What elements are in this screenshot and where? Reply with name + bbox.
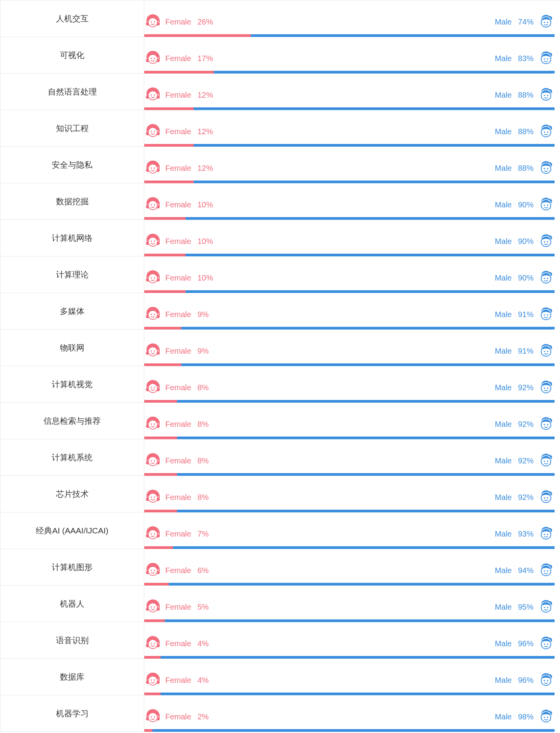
female-percentage: 8%: [198, 456, 209, 465]
category-label: 知识工程: [0, 110, 144, 147]
bar-content: Female9%Male91%: [144, 306, 555, 327]
female-label: Female: [165, 712, 191, 721]
female-percentage: 17%: [198, 54, 213, 63]
female-percentage: 4%: [198, 639, 209, 648]
male-side: Male91%: [495, 306, 555, 323]
male-percentage: 96%: [518, 676, 534, 685]
female-label: Female: [165, 91, 191, 100]
male-percentage: 92%: [518, 383, 534, 392]
male-label: Male: [495, 456, 512, 465]
female-label: Female: [165, 200, 191, 209]
category-label: 物联网: [0, 330, 144, 366]
female-bar-segment: [144, 107, 194, 110]
male-avatar-icon: [537, 416, 555, 433]
category-label: 机器人: [0, 586, 144, 622]
bar-content: Female8%Male92%: [144, 416, 555, 437]
female-label: Female: [165, 347, 191, 356]
male-label: Male: [495, 164, 512, 173]
female-side: Female26%: [144, 13, 213, 30]
bar-cell: Female8%Male92%: [144, 476, 560, 512]
chart-row: 计算机系统Female8%Male92%: [0, 439, 560, 476]
bar-cell: Female10%Male90%: [144, 256, 560, 293]
male-side: Male92%: [495, 416, 555, 433]
female-bar-segment: [144, 34, 251, 37]
female-side: Female4%: [144, 635, 209, 652]
stacked-bar: [144, 510, 555, 512]
male-percentage: 90%: [518, 274, 534, 282]
chart-row: 物联网Female9%Male91%: [0, 330, 560, 366]
stacked-bar: [144, 619, 555, 622]
male-side: Male92%: [495, 489, 555, 506]
male-avatar-icon: [537, 269, 555, 286]
bar-cell: Female4%Male96%: [144, 659, 560, 695]
male-avatar-icon: [537, 489, 555, 506]
bar-content: Female10%Male90%: [144, 196, 555, 217]
female-bar-segment: [144, 217, 186, 220]
female-avatar-icon: [144, 525, 161, 542]
male-avatar-icon: [537, 306, 555, 323]
bar-cell: Female2%Male98%: [144, 695, 560, 732]
female-avatar-icon: [144, 379, 161, 396]
male-side: Male92%: [495, 379, 555, 396]
chart-row: 芯片技术Female8%Male92%: [0, 476, 560, 512]
male-side: Male74%: [495, 13, 555, 30]
female-side: Female9%: [144, 342, 209, 359]
male-percentage: 92%: [518, 493, 534, 502]
female-bar-segment: [144, 546, 173, 549]
male-side: Male88%: [495, 86, 555, 103]
female-side: Female4%: [144, 672, 209, 689]
male-side: Male98%: [495, 708, 555, 725]
female-percentage: 7%: [198, 530, 209, 538]
chart-row: 数据挖掘Female10%Male90%: [0, 183, 560, 220]
female-bar-segment: [144, 656, 161, 659]
male-avatar-icon: [537, 562, 555, 579]
male-side: Male88%: [495, 123, 555, 140]
bar-cell: Female4%Male96%: [144, 622, 560, 659]
female-percentage: 8%: [198, 420, 209, 429]
category-label: 数据库: [0, 659, 144, 695]
bar-cell: Female5%Male95%: [144, 586, 560, 622]
female-label: Female: [165, 676, 191, 685]
male-label: Male: [495, 18, 512, 26]
female-avatar-icon: [144, 635, 161, 652]
male-avatar-icon: [537, 635, 555, 652]
female-avatar-icon: [144, 342, 161, 359]
bar-content: Female10%Male90%: [144, 233, 555, 254]
female-label: Female: [165, 18, 191, 26]
bar-content: Female5%Male95%: [144, 598, 555, 619]
female-avatar-icon: [144, 196, 161, 213]
female-bar-segment: [144, 473, 177, 476]
male-side: Male90%: [495, 196, 555, 213]
female-label: Female: [165, 420, 191, 429]
male-label: Male: [495, 91, 512, 100]
female-bar-segment: [144, 729, 152, 732]
female-avatar-icon: [144, 452, 161, 469]
male-percentage: 92%: [518, 456, 534, 465]
male-side: Male90%: [495, 269, 555, 286]
female-side: Female12%: [144, 160, 213, 177]
category-label: 多媒体: [0, 293, 144, 330]
male-avatar-icon: [537, 452, 555, 469]
bar-cell: Female8%Male92%: [144, 439, 560, 476]
stacked-bar: [144, 437, 555, 439]
bar-cell: Female12%Male88%: [144, 74, 560, 110]
female-side: Female8%: [144, 489, 209, 506]
chart-row: 可视化Female17%Male83%: [0, 37, 560, 74]
female-label: Female: [165, 530, 191, 538]
chart-row: 计算机视觉Female8%Male92%: [0, 366, 560, 403]
chart-row: 安全与隐私Female12%Male88%: [0, 147, 560, 183]
male-avatar-icon: [537, 672, 555, 689]
bar-content: Female8%Male92%: [144, 452, 555, 473]
male-label: Male: [495, 420, 512, 429]
male-percentage: 83%: [518, 54, 534, 63]
male-label: Male: [495, 54, 512, 63]
female-label: Female: [165, 310, 191, 319]
category-label: 信息检索与推荐: [0, 403, 144, 439]
female-avatar-icon: [144, 269, 161, 286]
female-bar-segment: [144, 181, 194, 183]
female-bar-segment: [144, 254, 186, 256]
female-label: Female: [165, 566, 191, 575]
male-label: Male: [495, 200, 512, 209]
bar-cell: Female12%Male88%: [144, 147, 560, 183]
stacked-bar: [144, 583, 555, 586]
